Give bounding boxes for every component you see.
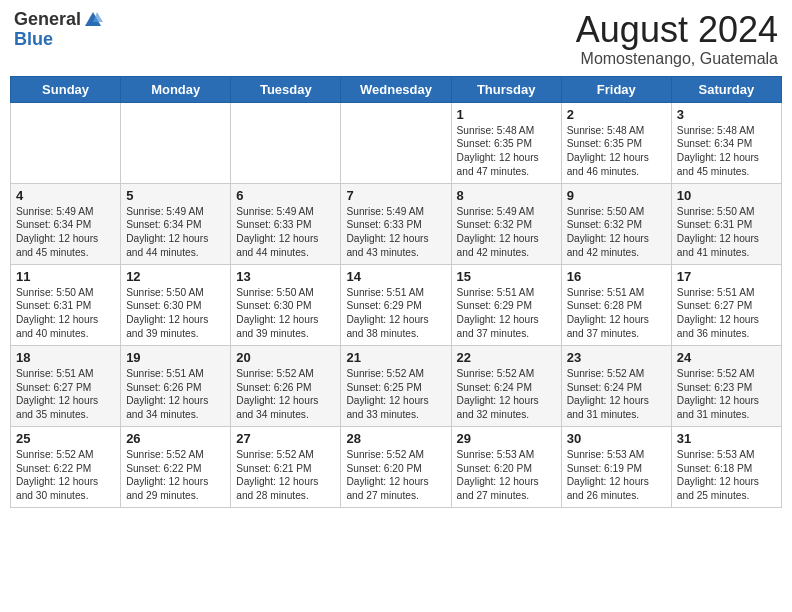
day-cell: 14Sunrise: 5:51 AMSunset: 6:29 PMDayligh… — [341, 264, 451, 345]
day-info: Sunrise: 5:49 AMSunset: 6:34 PMDaylight:… — [126, 205, 225, 260]
day-cell — [121, 102, 231, 183]
logo: General Blue — [14, 10, 103, 50]
day-number: 27 — [236, 431, 335, 446]
day-number: 5 — [126, 188, 225, 203]
week-row-2: 4Sunrise: 5:49 AMSunset: 6:34 PMDaylight… — [11, 183, 782, 264]
day-info: Sunrise: 5:50 AMSunset: 6:30 PMDaylight:… — [126, 286, 225, 341]
weekday-header-tuesday: Tuesday — [231, 76, 341, 102]
logo-icon — [83, 10, 103, 30]
day-number: 10 — [677, 188, 776, 203]
day-cell: 9Sunrise: 5:50 AMSunset: 6:32 PMDaylight… — [561, 183, 671, 264]
day-cell: 21Sunrise: 5:52 AMSunset: 6:25 PMDayligh… — [341, 345, 451, 426]
day-number: 6 — [236, 188, 335, 203]
day-number: 17 — [677, 269, 776, 284]
day-info: Sunrise: 5:52 AMSunset: 6:26 PMDaylight:… — [236, 367, 335, 422]
day-info: Sunrise: 5:48 AMSunset: 6:35 PMDaylight:… — [457, 124, 556, 179]
day-number: 16 — [567, 269, 666, 284]
day-number: 12 — [126, 269, 225, 284]
day-info: Sunrise: 5:52 AMSunset: 6:24 PMDaylight:… — [457, 367, 556, 422]
calendar-table: SundayMondayTuesdayWednesdayThursdayFrid… — [10, 76, 782, 508]
day-info: Sunrise: 5:51 AMSunset: 6:27 PMDaylight:… — [16, 367, 115, 422]
day-number: 29 — [457, 431, 556, 446]
day-number: 7 — [346, 188, 445, 203]
day-number: 3 — [677, 107, 776, 122]
day-number: 11 — [16, 269, 115, 284]
day-cell: 2Sunrise: 5:48 AMSunset: 6:35 PMDaylight… — [561, 102, 671, 183]
day-info: Sunrise: 5:49 AMSunset: 6:32 PMDaylight:… — [457, 205, 556, 260]
day-info: Sunrise: 5:53 AMSunset: 6:20 PMDaylight:… — [457, 448, 556, 503]
day-number: 20 — [236, 350, 335, 365]
day-cell: 20Sunrise: 5:52 AMSunset: 6:26 PMDayligh… — [231, 345, 341, 426]
day-info: Sunrise: 5:49 AMSunset: 6:34 PMDaylight:… — [16, 205, 115, 260]
day-cell — [231, 102, 341, 183]
day-number: 31 — [677, 431, 776, 446]
weekday-header-row: SundayMondayTuesdayWednesdayThursdayFrid… — [11, 76, 782, 102]
day-cell: 30Sunrise: 5:53 AMSunset: 6:19 PMDayligh… — [561, 426, 671, 507]
day-cell: 31Sunrise: 5:53 AMSunset: 6:18 PMDayligh… — [671, 426, 781, 507]
day-info: Sunrise: 5:49 AMSunset: 6:33 PMDaylight:… — [236, 205, 335, 260]
day-info: Sunrise: 5:48 AMSunset: 6:35 PMDaylight:… — [567, 124, 666, 179]
day-cell: 10Sunrise: 5:50 AMSunset: 6:31 PMDayligh… — [671, 183, 781, 264]
day-cell: 5Sunrise: 5:49 AMSunset: 6:34 PMDaylight… — [121, 183, 231, 264]
day-cell: 16Sunrise: 5:51 AMSunset: 6:28 PMDayligh… — [561, 264, 671, 345]
day-info: Sunrise: 5:48 AMSunset: 6:34 PMDaylight:… — [677, 124, 776, 179]
day-number: 19 — [126, 350, 225, 365]
day-number: 24 — [677, 350, 776, 365]
day-cell: 13Sunrise: 5:50 AMSunset: 6:30 PMDayligh… — [231, 264, 341, 345]
day-cell: 24Sunrise: 5:52 AMSunset: 6:23 PMDayligh… — [671, 345, 781, 426]
day-info: Sunrise: 5:50 AMSunset: 6:32 PMDaylight:… — [567, 205, 666, 260]
day-info: Sunrise: 5:52 AMSunset: 6:25 PMDaylight:… — [346, 367, 445, 422]
weekday-header-wednesday: Wednesday — [341, 76, 451, 102]
day-cell: 18Sunrise: 5:51 AMSunset: 6:27 PMDayligh… — [11, 345, 121, 426]
day-cell: 4Sunrise: 5:49 AMSunset: 6:34 PMDaylight… — [11, 183, 121, 264]
weekday-header-monday: Monday — [121, 76, 231, 102]
day-cell: 8Sunrise: 5:49 AMSunset: 6:32 PMDaylight… — [451, 183, 561, 264]
day-info: Sunrise: 5:49 AMSunset: 6:33 PMDaylight:… — [346, 205, 445, 260]
day-cell — [341, 102, 451, 183]
location: Momostenango, Guatemala — [576, 50, 778, 68]
logo-blue-text: Blue — [14, 30, 103, 50]
day-number: 26 — [126, 431, 225, 446]
day-number: 2 — [567, 107, 666, 122]
page-header: General Blue August 2024 Momostenango, G… — [10, 10, 782, 68]
day-cell: 3Sunrise: 5:48 AMSunset: 6:34 PMDaylight… — [671, 102, 781, 183]
day-cell: 25Sunrise: 5:52 AMSunset: 6:22 PMDayligh… — [11, 426, 121, 507]
day-number: 1 — [457, 107, 556, 122]
day-number: 28 — [346, 431, 445, 446]
day-number: 15 — [457, 269, 556, 284]
day-number: 18 — [16, 350, 115, 365]
day-cell: 22Sunrise: 5:52 AMSunset: 6:24 PMDayligh… — [451, 345, 561, 426]
week-row-1: 1Sunrise: 5:48 AMSunset: 6:35 PMDaylight… — [11, 102, 782, 183]
week-row-4: 18Sunrise: 5:51 AMSunset: 6:27 PMDayligh… — [11, 345, 782, 426]
day-info: Sunrise: 5:51 AMSunset: 6:29 PMDaylight:… — [457, 286, 556, 341]
day-info: Sunrise: 5:50 AMSunset: 6:31 PMDaylight:… — [677, 205, 776, 260]
weekday-header-thursday: Thursday — [451, 76, 561, 102]
day-info: Sunrise: 5:52 AMSunset: 6:24 PMDaylight:… — [567, 367, 666, 422]
day-cell: 7Sunrise: 5:49 AMSunset: 6:33 PMDaylight… — [341, 183, 451, 264]
day-number: 22 — [457, 350, 556, 365]
day-info: Sunrise: 5:50 AMSunset: 6:30 PMDaylight:… — [236, 286, 335, 341]
day-info: Sunrise: 5:51 AMSunset: 6:27 PMDaylight:… — [677, 286, 776, 341]
day-number: 8 — [457, 188, 556, 203]
day-number: 9 — [567, 188, 666, 203]
day-info: Sunrise: 5:51 AMSunset: 6:29 PMDaylight:… — [346, 286, 445, 341]
month-year: August 2024 — [576, 10, 778, 50]
day-info: Sunrise: 5:50 AMSunset: 6:31 PMDaylight:… — [16, 286, 115, 341]
day-info: Sunrise: 5:52 AMSunset: 6:21 PMDaylight:… — [236, 448, 335, 503]
day-info: Sunrise: 5:53 AMSunset: 6:18 PMDaylight:… — [677, 448, 776, 503]
weekday-header-sunday: Sunday — [11, 76, 121, 102]
day-info: Sunrise: 5:52 AMSunset: 6:20 PMDaylight:… — [346, 448, 445, 503]
day-cell: 27Sunrise: 5:52 AMSunset: 6:21 PMDayligh… — [231, 426, 341, 507]
weekday-header-friday: Friday — [561, 76, 671, 102]
logo-general-text: General — [14, 10, 81, 30]
day-cell: 11Sunrise: 5:50 AMSunset: 6:31 PMDayligh… — [11, 264, 121, 345]
week-row-5: 25Sunrise: 5:52 AMSunset: 6:22 PMDayligh… — [11, 426, 782, 507]
day-cell: 23Sunrise: 5:52 AMSunset: 6:24 PMDayligh… — [561, 345, 671, 426]
title-area: August 2024 Momostenango, Guatemala — [576, 10, 778, 68]
day-cell — [11, 102, 121, 183]
day-number: 13 — [236, 269, 335, 284]
day-cell: 19Sunrise: 5:51 AMSunset: 6:26 PMDayligh… — [121, 345, 231, 426]
day-info: Sunrise: 5:52 AMSunset: 6:23 PMDaylight:… — [677, 367, 776, 422]
day-cell: 6Sunrise: 5:49 AMSunset: 6:33 PMDaylight… — [231, 183, 341, 264]
day-number: 25 — [16, 431, 115, 446]
